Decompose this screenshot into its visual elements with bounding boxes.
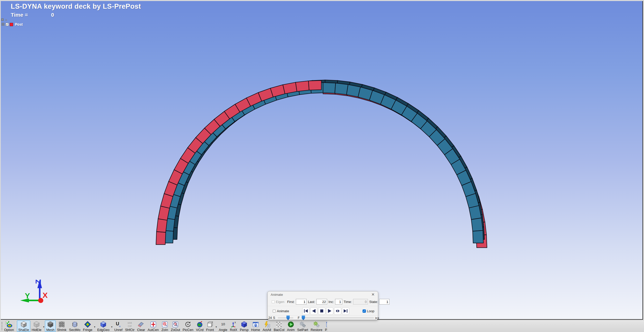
toolbar-item-unref[interactable]: U✳Unref [113,320,124,332]
toolbar-item-selpart[interactable]: SelPart [296,320,309,332]
first-input[interactable] [296,299,307,305]
toolbar-item-label: VCrd [196,328,204,332]
toolbar-item-hidele[interactable]: HidEle [30,320,43,332]
rotx-icon: x [230,321,237,328]
toolbar-item-autcen[interactable]: AutCen [146,320,160,332]
skip-end-icon [343,308,348,314]
svg-text:Ctrl: Ctrl [128,325,132,327]
legend-collapse-icon[interactable] [1,18,4,21]
toolbar-item-actall[interactable]: ActAll [261,320,272,332]
toolbar-item-piccen[interactable]: PicCen [181,320,195,332]
toolbar-item-shrink[interactable]: Shrink [56,320,68,332]
close-icon[interactable]: ✕ [370,292,375,297]
speed-slider-track[interactable] [278,317,293,318]
zoin-icon [161,321,168,328]
edggeo-icon [100,321,107,328]
dropdown-arrow-icon[interactable]: ▼ [111,326,113,328]
toolbar-item-vcrd[interactable]: VCrd [195,320,205,332]
stop-icon [319,308,324,314]
toolbar-item-label: Mesh [46,328,54,332]
selpart-icon [299,321,306,328]
axis-triad: Z Y X [20,279,48,303]
toolbar-item-label: ShfCtr [125,328,134,332]
time-value: 0 [51,12,54,18]
skip-start-button[interactable] [302,307,309,315]
graphics-viewport[interactable]: Z Y X LS-DYNA keyword deck by LS-PrePost… [1,1,643,320]
toolbar-item-option[interactable]: Option [3,320,15,332]
toolbar-item-home[interactable]: Home [250,320,261,332]
mesh-canvas: Z Y X [1,1,642,319]
toolbar-drag-handle[interactable] [2,322,2,330]
toolbar-item-label: Restore [311,328,323,332]
hidele-icon [33,321,40,328]
speed-value: 24 [268,316,272,320]
toolbar-item-shaele[interactable]: ShaEle [17,320,30,332]
toolbar-separator [16,321,16,331]
toolbar-item-label: ZoIn [161,328,168,332]
bounce-button[interactable] [334,307,341,315]
toolbar-item-edggeo[interactable]: EdgGeo [96,320,111,332]
x-axis-label: X [43,291,48,299]
speed-slider-thumb[interactable] [286,316,290,320]
animate-slider-row: 24 S F >> [268,316,378,320]
eigen-checkbox[interactable] [272,300,275,303]
loop-checkbox[interactable]: ✓ [363,309,366,313]
dropdown-arrow-icon[interactable]: ▼ [94,326,96,328]
animate-checkbox[interactable] [273,310,276,312]
toolbar-item-mesh[interactable]: Mesh [45,320,56,332]
toolbar-item-rotx[interactable]: xRotX [229,320,239,332]
toolbar-item-anim[interactable]: Anim [286,320,296,332]
animate-fields-row: Eigen First: Last: Inc: Time: State: [268,298,378,306]
toolbar-item-angle[interactable]: 10Angle [218,320,229,332]
stop-button[interactable] [318,307,325,315]
red-arc-left-element [158,206,170,220]
part-color-swatch[interactable] [10,23,13,26]
home-icon [252,321,259,328]
play-reverse-icon [311,308,316,314]
animate-dialog[interactable]: Animate ✕ Eigen First: Last: Inc: Time: … [267,291,378,320]
deck-title: LS-DYNA keyword deck by LS-PrePost [11,3,141,11]
red-arc-left-element [308,81,321,90]
frame-slider-thumb[interactable] [302,316,305,320]
state-label: State: [369,300,378,304]
toolbar-item-zoin[interactable]: ZoIn [160,320,170,332]
toolbar-item-baccol[interactable]: BacCol [272,320,286,332]
toolbar-item-label: Clear [137,328,145,332]
toolbar-item-sectmo[interactable]: SectMo [68,320,82,332]
speed-slider-label: S [273,316,275,320]
state-input[interactable] [379,299,389,305]
zoout-icon [172,321,179,328]
toolbar-item-clear[interactable]: Clear [136,320,146,332]
toolbar-item-front[interactable]: Front [205,320,215,332]
skip-end-button[interactable] [342,307,349,315]
dropdown-arrow-icon[interactable]: ▼ [215,326,217,328]
toolbar-item-zoout[interactable]: ZoOut [170,320,181,332]
teal-arc-face-element [473,230,483,243]
toolbar-item-shfctr[interactable]: ShftCtrlShfCtr [124,320,136,332]
play-reverse-button[interactable] [310,307,317,315]
angle-icon: 10 [220,321,227,328]
legend-expander[interactable]: » [1,18,7,21]
bounce-icon [335,308,340,314]
teal-arc-face-element [323,82,336,93]
dropdown-arrow-icon[interactable]: ▼ [43,326,45,328]
shrink-icon [58,321,65,328]
play-button[interactable] [326,307,333,315]
dialog-expand-button[interactable]: >> [375,316,379,320]
frame-slider-track[interactable] [301,317,374,318]
svg-text:Shft: Shft [128,321,132,324]
last-label: Last: [308,300,315,304]
autcen-icon [150,321,157,328]
last-input[interactable] [316,299,327,305]
part-visibility-checkbox[interactable]: ✓ [6,23,9,26]
svg-text:10: 10 [221,322,225,326]
toolbar-item-restore[interactable]: Restore [309,320,324,332]
toolbar-item-label: Unref [114,328,123,332]
legend-chevron-icon[interactable]: » [5,18,7,21]
svg-text:x: x [235,321,236,324]
inc-input[interactable] [335,299,342,305]
toolbar-extension-strip [327,321,644,332]
part-grid-icon[interactable] [2,23,5,26]
toolbar-item-fringe[interactable]: Fringe [82,320,94,332]
toolbar-item-persp[interactable]: Persp [239,320,250,332]
